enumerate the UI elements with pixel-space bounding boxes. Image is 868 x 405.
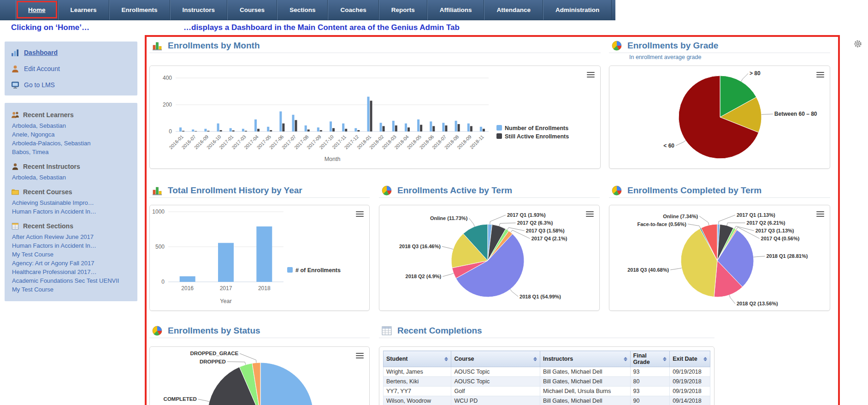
panel-title: Enrollments by Month bbox=[168, 41, 260, 51]
sidebar-link[interactable]: Human Factors in Accident In… bbox=[12, 242, 96, 249]
sidebar-link[interactable]: Human Factors in Accident In… bbox=[12, 208, 96, 215]
list-item: After Action Review June 2017 bbox=[12, 232, 133, 241]
pie-chart-icon bbox=[381, 185, 393, 197]
sidebar-link[interactable]: Anele, Ngongca bbox=[12, 131, 55, 138]
svg-text:# of Enrollments: # of Enrollments bbox=[295, 267, 341, 274]
panel-recent-completions: Recent CompletionsStudentCourseInstructo… bbox=[379, 324, 714, 338]
svg-text:Month: Month bbox=[325, 156, 341, 162]
column-header-course[interactable]: Course bbox=[451, 351, 540, 367]
sidebar-group-recent-courses: Recent CoursesAchieving Sustainable Impr… bbox=[5, 186, 137, 216]
group-header: Recent Instructors bbox=[5, 161, 137, 172]
svg-text:2017: 2017 bbox=[220, 285, 232, 292]
sort-icon[interactable] bbox=[533, 357, 537, 361]
sidebar-item-dashboard[interactable]: Dashboard bbox=[5, 44, 137, 60]
sidebar-link[interactable]: Babos, Timea bbox=[12, 149, 49, 155]
sidebar-link[interactable]: Arboleda, Sebastian bbox=[12, 122, 66, 129]
sort-icon[interactable] bbox=[444, 357, 448, 361]
sidebar-link[interactable]: My Test Course bbox=[12, 286, 53, 293]
group-header: Recent Sections bbox=[5, 220, 137, 232]
top-nav: HomeLearnersEnrollmentsInstructorsCourse… bbox=[0, 0, 615, 20]
panel-header: Enrollments by Grade bbox=[609, 39, 830, 53]
panel-header: Recent Completions bbox=[379, 324, 714, 338]
sidebar-item-edit-account[interactable]: Edit Account bbox=[5, 60, 137, 77]
column-header-final-grade[interactable]: Final Grade bbox=[630, 351, 670, 367]
sidebar-link[interactable]: After Action Review June 2017 bbox=[12, 233, 94, 240]
sidebar-item-label[interactable]: Dashboard bbox=[24, 49, 58, 56]
svg-text:2018: 2018 bbox=[258, 285, 271, 292]
enrollments-active-by-term-svg: 2017 Q1 (1.93%)2017 Q2 (6.3%)2017 Q3 (1.… bbox=[379, 205, 599, 310]
sort-icon[interactable] bbox=[703, 357, 707, 361]
annotation-clicking-home: Clicking on ‘Home’… bbox=[11, 23, 89, 32]
svg-text:2017 Q3 (1.13%): 2017 Q3 (1.13%) bbox=[756, 228, 794, 233]
svg-text:200: 200 bbox=[163, 101, 172, 108]
sort-icon[interactable] bbox=[663, 357, 667, 361]
svg-text:0: 0 bbox=[169, 128, 172, 135]
group-header: Recent Learners bbox=[5, 109, 137, 120]
sidebar-link[interactable]: Arboleda-Palacios, Sebastian bbox=[12, 140, 91, 147]
sidebar-item-go-to-lms[interactable]: Go to LMS bbox=[5, 77, 137, 93]
list-item: Babos, Timea bbox=[12, 148, 133, 156]
table-row[interactable]: YY7, YY7GolfMichael Dell, Ursula Burns93… bbox=[384, 387, 710, 396]
sidebar-link[interactable]: Agency: Art or Agony Fall 2017 bbox=[12, 260, 94, 267]
svg-text:COMPLETED: COMPLETED bbox=[164, 396, 197, 402]
column-header-student[interactable]: Student bbox=[384, 351, 451, 367]
sidebar-menu: DashboardEdit AccountGo to LMS bbox=[5, 42, 137, 95]
annotation-dashboard-note: …displays a Dashboard in the Main Conten… bbox=[183, 23, 460, 32]
nav-tab-administration[interactable]: Administration bbox=[543, 0, 612, 20]
nav-tab-instructors[interactable]: Instructors bbox=[170, 0, 228, 20]
group-title: Recent Instructors bbox=[23, 163, 80, 170]
chart-context-menu-button[interactable] bbox=[816, 71, 824, 79]
nav-tab-courses[interactable]: Courses bbox=[227, 0, 277, 20]
list-item: Human Factors in Accident In… bbox=[12, 241, 133, 250]
settings-gear-icon[interactable] bbox=[854, 40, 862, 48]
list-item: Arboleda-Palacios, Sebastian bbox=[12, 139, 133, 148]
list-item: Arboleda, Sebastian bbox=[12, 121, 133, 130]
nav-tab-reports[interactable]: Reports bbox=[379, 0, 427, 20]
svg-text:2018-11: 2018-11 bbox=[469, 134, 485, 150]
chart-context-menu-button[interactable] bbox=[356, 210, 364, 218]
nav-tab-coaches[interactable]: Coaches bbox=[328, 0, 378, 20]
group-header: Recent Courses bbox=[5, 186, 137, 197]
table-row[interactable]: Bertens, KikiAOUSC TopicBill Gates, Mich… bbox=[384, 377, 710, 387]
nav-tab-attendance[interactable]: Attendance bbox=[484, 0, 543, 20]
enrollments-by-status-svg: COMPLETEDDROPPEDDROPPED_GRACE bbox=[150, 347, 369, 405]
sidebar-link[interactable]: Achieving Sustainable Impro… bbox=[12, 199, 94, 206]
sidebar-link[interactable]: Arboleda, Sebastian bbox=[12, 174, 66, 181]
svg-text:Year: Year bbox=[220, 298, 231, 304]
svg-text:Number of Enrollments: Number of Enrollments bbox=[505, 125, 568, 131]
table-row[interactable]: Wilson, WoodrowWCU PDBill Gates, Michael… bbox=[384, 396, 710, 405]
column-header-instructors[interactable]: Instructors bbox=[540, 351, 631, 367]
nav-tab-enrollments[interactable]: Enrollments bbox=[109, 0, 170, 20]
instructor-icon bbox=[11, 162, 19, 171]
nav-tab-home[interactable]: Home bbox=[16, 0, 58, 20]
panel-enrollments-by-status: Enrollments by StatusCOMPLETEDDROPPEDDRO… bbox=[149, 324, 370, 338]
panel-header: Enrollments Active by Term bbox=[379, 184, 600, 198]
bar-chart-icon bbox=[151, 40, 163, 52]
svg-text:2018 Q3 (16.46%): 2018 Q3 (16.46%) bbox=[399, 244, 441, 249]
nav-tab-affiliations[interactable]: Affiliations bbox=[427, 0, 484, 20]
nav-tab-sections[interactable]: Sections bbox=[277, 0, 328, 20]
sidebar-item-label[interactable]: Go to LMS bbox=[24, 81, 55, 89]
list-item: Human Factors in Accident In… bbox=[12, 207, 133, 216]
list-item: Achieving Sustainable Impro… bbox=[12, 198, 133, 207]
list-item: Academic Foundations Sec Test UENVII bbox=[12, 276, 133, 285]
table-row[interactable]: Wright, JamesAOUSC TopicBill Gates, Mich… bbox=[384, 367, 710, 377]
chart-context-menu-button[interactable] bbox=[816, 210, 824, 218]
enrollments-by-month-box: 02004002016-012016-072016-092016-102017-… bbox=[149, 66, 601, 169]
sidebar-item-label[interactable]: Edit Account bbox=[24, 65, 60, 72]
sidebar-recent-groups: Recent LearnersArboleda, SebastianAnele,… bbox=[5, 103, 137, 301]
sort-icon[interactable] bbox=[624, 357, 627, 361]
chart-context-menu-button[interactable] bbox=[587, 71, 595, 79]
chart-context-menu-button[interactable] bbox=[586, 210, 594, 218]
column-header-exit-date[interactable]: Exit Date bbox=[670, 351, 710, 367]
nav-tab-learners[interactable]: Learners bbox=[58, 0, 109, 20]
sidebar-link[interactable]: My Test Course bbox=[12, 251, 53, 258]
sidebar-link[interactable]: Academic Foundations Sec Test UENVII bbox=[12, 277, 119, 284]
svg-text:< 60: < 60 bbox=[663, 143, 674, 149]
pie-chart-icon bbox=[611, 185, 623, 197]
sidebar-link[interactable]: Healthcare Professional 2017… bbox=[12, 268, 97, 275]
panel-subtitle: In enrollment average grade bbox=[629, 54, 701, 60]
enrollments-by-month-svg: 02004002016-012016-072016-092016-102017-… bbox=[150, 66, 600, 167]
chart-context-menu-button[interactable] bbox=[356, 351, 364, 360]
table-icon bbox=[381, 325, 393, 337]
